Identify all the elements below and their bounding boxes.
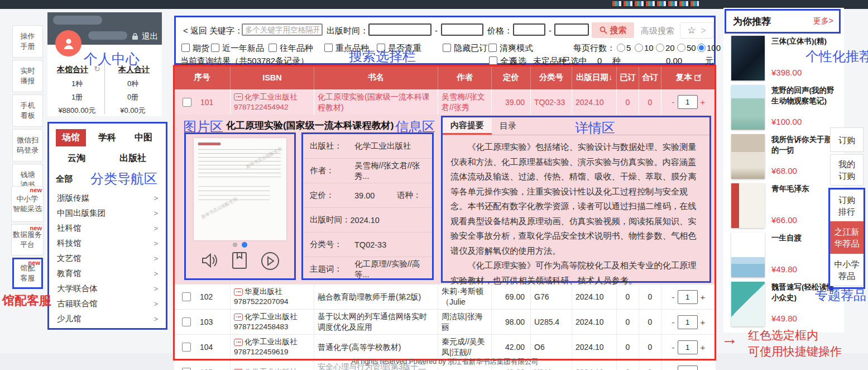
filter-past-items[interactable]: 往年品种 <box>268 43 313 54</box>
book-title[interactable]: 基于以太网的列车通信网络实时调度优化及应用 <box>318 311 434 333</box>
avatar[interactable] <box>55 30 81 56</box>
chevron-right-icon[interactable]: > <box>701 26 706 36</box>
keyword-input[interactable] <box>242 23 323 36</box>
col-price[interactable]: 定价 <box>491 65 530 89</box>
col-copies[interactable]: 复本 <box>661 65 716 89</box>
filter-new-year[interactable]: 近一年新品 <box>211 43 264 54</box>
advanced-search-link[interactable]: 高级搜索 <box>641 26 674 36</box>
recommend-book[interactable]: 青年毛泽东 ¥66.00 <box>723 181 844 230</box>
back-link[interactable]: < 返回 <box>183 26 207 36</box>
plus-button[interactable]: + <box>701 292 706 302</box>
price-from-input[interactable] <box>513 23 545 36</box>
row-checkbox[interactable] <box>182 368 191 370</box>
pubdate-to-input[interactable] <box>441 23 483 36</box>
book-title[interactable]: 融合教育助理教师手册(第2版) <box>318 292 421 302</box>
page-size-5[interactable]: 5 <box>617 43 631 53</box>
copies-input[interactable] <box>678 315 698 329</box>
tab-changguan[interactable]: 场馆 <box>56 129 86 146</box>
category-item-keji[interactable]: 科技馆> <box>49 236 165 251</box>
category-item-wenyi[interactable]: 文艺馆> <box>49 251 165 266</box>
sidebar-item-wechat-login[interactable]: 微信扫 码登录 <box>12 129 43 162</box>
book-cover[interactable] <box>731 282 765 326</box>
play-icon[interactable] <box>260 250 281 272</box>
comment-bubble-icon[interactable] <box>234 288 243 296</box>
logout-button[interactable]: 退出 <box>142 31 158 42</box>
search-button[interactable]: 搜索 <box>592 22 634 38</box>
book-title[interactable]: 化工原理实验(国家级一流本科课程教材) <box>318 92 434 113</box>
radio[interactable] <box>677 44 685 52</box>
recommend-book[interactable]: 我所告诉你关于那山的一切 ¥68.00 <box>723 132 844 181</box>
comment-bubble-icon[interactable] <box>234 93 243 101</box>
tab-order[interactable]: 订购 <box>830 127 864 152</box>
checkbox[interactable] <box>181 44 190 52</box>
col-author[interactable]: 作者 <box>438 65 491 89</box>
copies-input[interactable] <box>678 95 698 109</box>
book-cover[interactable] <box>731 85 765 130</box>
filter-hide-ordered[interactable]: 隐藏已订 <box>443 43 487 54</box>
col-isbn[interactable]: ISBN <box>230 65 314 89</box>
page-size-20[interactable]: 20 <box>656 43 675 53</box>
minus-button[interactable]: - <box>672 368 675 370</box>
category-item-jiaoyu[interactable]: 教育馆> <box>49 266 165 281</box>
book-cover[interactable] <box>731 233 765 277</box>
checkbox[interactable] <box>268 44 277 52</box>
checkbox[interactable] <box>324 44 333 52</box>
book-cover[interactable] <box>731 134 765 179</box>
plus-button[interactable]: + <box>701 343 706 352</box>
category-item-sheke[interactable]: 社科馆> <box>49 221 165 236</box>
plus-button[interactable]: + <box>701 317 706 327</box>
col-class[interactable]: 分类号 <box>530 65 572 89</box>
carousel-dot[interactable] <box>233 243 237 247</box>
page-size-50[interactable]: 50 <box>677 43 696 53</box>
minus-button[interactable]: - <box>672 97 675 107</box>
minus-button[interactable]: - <box>672 343 675 352</box>
tab-yuntao[interactable]: 云淘 <box>68 153 85 164</box>
pubdate-from-input[interactable] <box>368 23 431 36</box>
comment-bubble-icon[interactable] <box>234 339 243 346</box>
page-size-10[interactable]: 10 <box>635 43 654 53</box>
tab-k12-picks[interactable]: 中小学 荐品 <box>830 254 864 286</box>
page-size-100[interactable]: 100 <box>697 43 721 53</box>
book-title[interactable]: 普通化学(高等学校教材) <box>318 342 401 353</box>
filter-futures[interactable]: 期货 <box>181 43 209 54</box>
recommend-book[interactable]: 一生自渡 ¥49.80 <box>723 230 844 279</box>
col-ordered[interactable]: 已订 <box>616 65 639 89</box>
col-title[interactable]: 书名 <box>314 65 438 89</box>
category-item-shaoer[interactable]: 少儿馆> <box>49 311 165 326</box>
more-link[interactable]: 更多> <box>813 16 833 26</box>
bookmark-icon[interactable] <box>230 250 249 272</box>
filter-clean-mode[interactable]: 清爽模式 <box>488 43 533 54</box>
row-checkbox[interactable] <box>182 343 191 352</box>
star-icon[interactable]: ☆ <box>687 25 696 36</box>
checkbox[interactable] <box>443 44 451 52</box>
tab-toc[interactable]: 目录 <box>492 118 524 134</box>
row-checkbox[interactable] <box>182 292 191 301</box>
sidebar-item-live-report[interactable]: 实时 播报 <box>12 60 43 92</box>
tab-zhongtu[interactable]: 中图 <box>135 132 152 144</box>
table-row[interactable]: 101 化学工业出版社9787122454942 化工原理实验(国家级一流本科课… <box>174 89 716 115</box>
tab-my-orders[interactable]: 我的 订购 <box>830 154 864 186</box>
copies-input[interactable] <box>678 340 698 354</box>
copies-input[interactable] <box>678 290 698 304</box>
sidebar-item-k12-selection[interactable]: new 中小学 智能采选 <box>11 186 44 222</box>
category-item-guji[interactable]: 古籍联合馆> <box>49 296 165 311</box>
carousel-dot-active[interactable] <box>242 242 247 248</box>
book-preview-image[interactable]: 新华书店云馆配专用 新华书店云馆配专用 <box>194 138 286 240</box>
col-no[interactable]: 序号 <box>174 65 230 89</box>
tab-zhijiang-picks[interactable]: 之江新 华荐品 <box>830 221 864 254</box>
book-cover[interactable] <box>731 183 765 228</box>
row-checkbox[interactable] <box>182 317 191 326</box>
category-item-daxue[interactable]: 大学联合体> <box>49 281 165 296</box>
radio[interactable] <box>656 44 664 52</box>
table-row[interactable]: 104 化学工业出版社9787122459619 普通化学(高等学校教材) 秦元… <box>174 334 716 359</box>
book-cover[interactable] <box>731 36 765 80</box>
recommend-book[interactable]: 荒野的回声(我的野生动物观察笔记) ¥100.00 <box>723 83 844 132</box>
checkbox[interactable] <box>488 44 497 52</box>
audio-icon[interactable] <box>199 250 219 272</box>
table-row[interactable]: 103 化学工业出版社9787122458483 基于以太网的列车通信网络实时调… <box>174 309 716 334</box>
minus-button[interactable]: - <box>672 317 675 327</box>
tab-chubanshe[interactable]: 出版社 <box>119 153 146 164</box>
checkbox[interactable] <box>489 56 497 65</box>
radio-selected[interactable] <box>697 44 706 52</box>
minus-button[interactable]: - <box>672 292 675 302</box>
